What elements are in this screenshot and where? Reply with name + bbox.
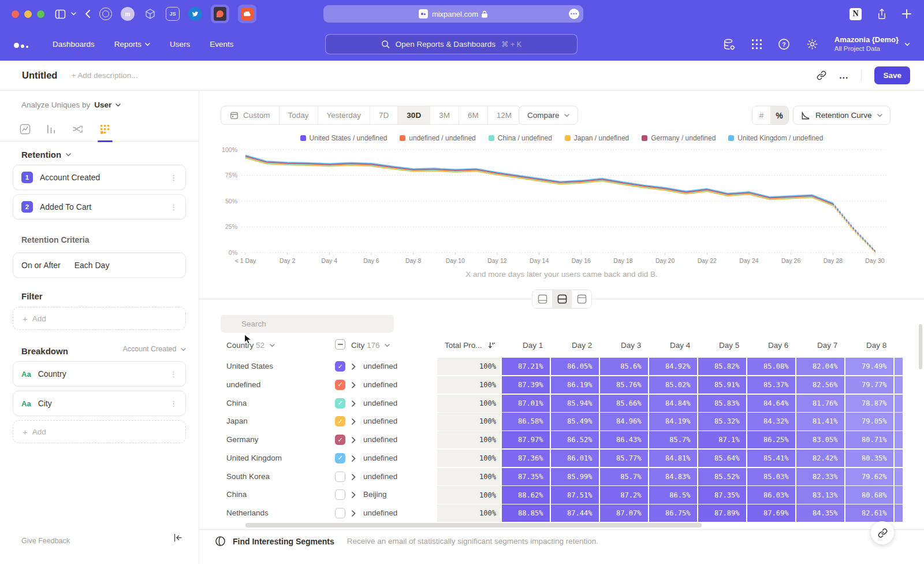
retention-cell[interactable]: 81.76%: [796, 395, 844, 412]
column-day-8[interactable]: Day 8: [845, 341, 886, 350]
retention-cell[interactable]: 84.96%: [600, 413, 648, 430]
column-day-3[interactable]: Day 3: [600, 341, 641, 350]
legend-item[interactable]: Japan / undefined: [565, 134, 629, 142]
range-3m[interactable]: 3M: [430, 106, 459, 124]
retention-cell[interactable]: 85.94%: [551, 395, 599, 412]
retention-cell[interactable]: 87.69%: [747, 504, 795, 522]
retention-step-2[interactable]: 2 Added To Cart ⋮: [13, 194, 186, 220]
range-6m[interactable]: 6M: [459, 106, 487, 124]
retention-cell[interactable]: 87.36%: [502, 450, 550, 467]
close-window-icon[interactable]: [12, 10, 19, 18]
retention-section-header[interactable]: Retention: [21, 150, 71, 159]
compare-button[interactable]: Compare: [519, 106, 578, 125]
retention-cell[interactable]: 85.83%: [698, 395, 746, 412]
kebab-menu-icon[interactable]: ⋮: [170, 203, 177, 212]
share-link-button[interactable]: [871, 521, 894, 544]
tab-funnels[interactable]: [46, 117, 56, 142]
column-city[interactable]: City 176: [351, 341, 390, 350]
retention-cell[interactable]: 85.32%: [698, 413, 746, 430]
retention-cell[interactable]: 86.05%: [551, 358, 599, 375]
legend-item[interactable]: Germany / undefined: [642, 134, 716, 142]
extension-icon-dark-badge[interactable]: [211, 5, 229, 23]
retention-cell[interactable]: 87.89%: [698, 504, 746, 522]
save-button[interactable]: Save: [874, 66, 910, 84]
extension-icon-orange-badge[interactable]: [238, 5, 256, 23]
range-today[interactable]: Today: [279, 106, 318, 124]
retention-cell-clipped[interactable]: [895, 358, 903, 375]
settings-gear-icon[interactable]: [806, 38, 818, 50]
retention-cell[interactable]: 87.44%: [551, 504, 599, 522]
mixpanel-logo[interactable]: [14, 41, 28, 48]
retention-cell[interactable]: 85.7%: [649, 431, 697, 448]
column-country[interactable]: Country 52: [226, 341, 275, 350]
percent-values-toggle[interactable]: %: [770, 106, 788, 124]
row-checkbox[interactable]: ✓: [335, 416, 345, 426]
give-feedback-link[interactable]: Give Feedback: [21, 537, 70, 545]
expand-row-icon[interactable]: [352, 455, 356, 462]
retention-cell[interactable]: 85.7%: [600, 468, 648, 485]
legend-item[interactable]: undefined / undefined: [400, 134, 475, 142]
nav-item-events[interactable]: Events: [210, 40, 233, 49]
extension-icon-bird[interactable]: [188, 7, 202, 21]
retention-cell[interactable]: 86.75%: [649, 504, 697, 522]
project-switcher[interactable]: Amazonia {Demo} All Project Data: [834, 35, 910, 53]
maximize-window-icon[interactable]: [37, 10, 44, 18]
extension-icon-m[interactable]: m: [121, 7, 135, 21]
criteria-interval[interactable]: Each Day: [74, 261, 110, 270]
table-only-view-icon[interactable]: [572, 290, 591, 308]
sidebar-toggle-icon[interactable]: [55, 9, 66, 19]
retention-cell-clipped[interactable]: [895, 468, 903, 485]
retention-cell[interactable]: 80.35%: [845, 450, 893, 467]
row-checkbox[interactable]: ✓: [335, 380, 345, 390]
column-day-4[interactable]: Day 4: [649, 341, 690, 350]
tab-flows[interactable]: [72, 117, 84, 142]
retention-cell[interactable]: 84.83%: [649, 468, 697, 485]
row-checkbox[interactable]: ✓: [335, 361, 345, 372]
retention-cell[interactable]: 85.66%: [600, 395, 648, 412]
retention-cell[interactable]: 84.35%: [796, 504, 844, 522]
more-options-icon[interactable]: ...: [839, 70, 848, 81]
column-day-1[interactable]: Day 1: [502, 341, 543, 350]
retention-cell[interactable]: 86.5%: [649, 486, 697, 503]
collapse-sidebar-icon[interactable]: [173, 533, 182, 542]
retention-criteria-card[interactable]: On or After Each Day: [13, 253, 186, 278]
retention-cell[interactable]: 85.49%: [551, 413, 599, 430]
retention-cell[interactable]: 82.04%: [796, 358, 844, 375]
retention-cell[interactable]: 86.58%: [502, 413, 550, 430]
kebab-menu-icon[interactable]: ⋮: [170, 370, 177, 379]
retention-cell[interactable]: 80.68%: [845, 486, 893, 503]
legend-item[interactable]: United Kingdom / undefined: [728, 134, 823, 142]
retention-cell[interactable]: 88.85%: [502, 504, 550, 522]
segments-title[interactable]: Find Interesting Segments: [233, 537, 334, 546]
retention-cell[interactable]: 85.41%: [747, 450, 795, 467]
retention-cell[interactable]: 87.97%: [502, 431, 550, 448]
retention-cell[interactable]: 84.32%: [747, 413, 795, 430]
split-view-icon[interactable]: [552, 290, 572, 308]
expand-row-icon[interactable]: [352, 510, 356, 517]
expand-row-icon[interactable]: [352, 382, 356, 388]
horizontal-scrollbar[interactable]: [245, 523, 702, 528]
add-description[interactable]: + Add description...: [71, 71, 137, 80]
retention-cell[interactable]: 85.52%: [698, 468, 746, 485]
copy-link-icon[interactable]: [817, 70, 826, 80]
retention-cell[interactable]: 82.42%: [796, 450, 844, 467]
legend-item[interactable]: China / undefined: [489, 134, 552, 142]
retention-cell[interactable]: 79.62%: [845, 468, 893, 485]
retention-cell[interactable]: 85.08%: [747, 358, 795, 375]
retention-step-1[interactable]: 1 Account Created ⋮: [13, 165, 186, 190]
retention-cell[interactable]: 87.35%: [698, 486, 746, 503]
retention-cell[interactable]: 86.03%: [747, 486, 795, 503]
extension-icon-js[interactable]: JS: [166, 7, 180, 21]
extension-icon-circles[interactable]: [99, 8, 112, 20]
retention-cell[interactable]: 87.39%: [502, 376, 550, 394]
retention-cell[interactable]: 81.41%: [796, 413, 844, 430]
expand-row-icon[interactable]: [352, 437, 356, 443]
retention-cell[interactable]: 84.81%: [649, 450, 697, 467]
data-management-icon[interactable]: [723, 38, 736, 51]
retention-cell[interactable]: 86.19%: [551, 376, 599, 394]
chart-only-view-icon[interactable]: [532, 290, 552, 308]
criteria-mode[interactable]: On or After: [21, 261, 61, 270]
retention-cell[interactable]: 85.6%: [600, 358, 648, 375]
range-12m[interactable]: 12M: [487, 106, 520, 124]
expand-row-icon[interactable]: [352, 474, 356, 480]
